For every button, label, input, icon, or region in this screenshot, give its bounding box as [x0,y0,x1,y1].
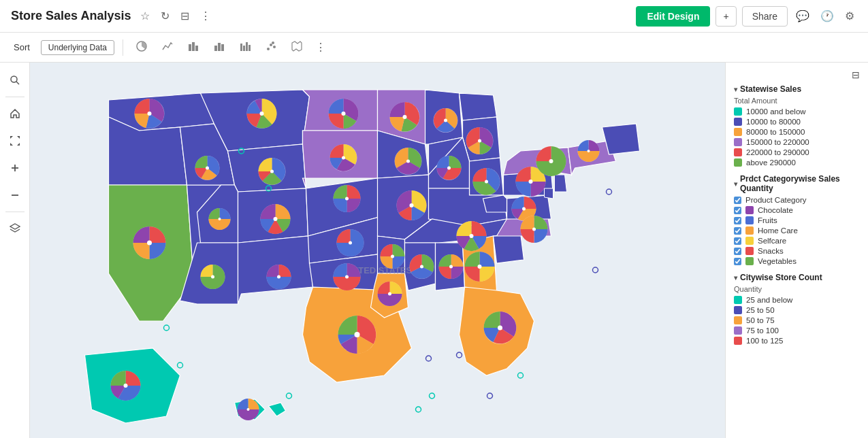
chart-type-hist[interactable] [235,37,255,57]
label-220k-290k: 220000 to 290000 [746,148,809,156]
svg-point-15 [11,76,17,82]
svg-point-69 [388,292,391,296]
citywise-item-1: 25 to 50 [734,306,860,314]
layout-icon[interactable]: ⊟ [178,7,192,25]
svg-point-33 [403,115,407,119]
statewise-header[interactable]: ▾ Statewise Sales [734,84,860,94]
share-button[interactable]: Share [742,6,788,27]
label-25-50: 25 to 50 [746,306,775,314]
svg-point-43 [406,160,410,163]
settings-icon[interactable]: ⚙ [842,7,857,25]
expand-icon[interactable] [3,129,27,153]
divider-1 [734,169,860,174]
svg-rect-5 [218,43,221,51]
us-map: UNITED STATES [30,63,725,438]
chart-type-scatter[interactable] [261,37,281,57]
homecare-checkbox[interactable] [734,227,741,235]
sort-label[interactable]: Sort [8,39,35,55]
underlying-data-button[interactable]: Underlying Data [41,40,114,55]
chart-type-line[interactable] [157,37,178,57]
label-vegetables: Vegetables [758,257,797,265]
zoom-out-icon[interactable] [3,183,27,207]
snacks-checkbox[interactable] [734,248,741,255]
search-icon[interactable] [3,68,27,92]
citywise-chevron: ▾ [734,274,737,282]
svg-rect-2 [192,42,195,51]
more-options-icon[interactable]: ⋮ [197,7,214,25]
svg-point-85 [219,218,221,220]
fruits-checkbox[interactable] [734,217,741,224]
chart-type-col[interactable] [209,37,229,57]
svg-point-75 [478,265,482,269]
svg-point-91 [124,384,128,388]
citywise-item-4: 100 to 125 [734,337,860,345]
svg-point-98 [426,356,432,361]
svg-point-29 [342,112,346,116]
header-left: Store Sales Analysis ☆ ↻ ⊟ ⋮ [11,7,214,25]
svg-point-45 [410,203,414,207]
svg-point-51 [478,139,481,143]
statewise-title: Statewise Sales [740,84,801,94]
label-snacks: Snacks [758,247,784,255]
map-area[interactable]: UNITED STATES [30,63,725,438]
chocolate-checkbox[interactable] [734,207,741,214]
citywise-item-2: 50 to 75 [734,316,860,324]
svg-rect-7 [240,44,242,51]
sidebar-separator-2 [5,212,25,212]
layers-icon[interactable] [3,216,27,241]
product-category-chevron: ▾ [734,180,737,188]
svg-point-103 [416,407,421,412]
product-item-vegetables: Vegetables [734,257,860,265]
statewise-item-1: 10000 to 80000 [734,118,860,126]
svg-point-107 [593,267,598,273]
zoom-in-icon[interactable] [3,156,27,180]
refresh-icon[interactable]: ↻ [158,7,172,25]
toolbar: Sort Underlying Data ⋮ [0,33,868,63]
citywise-item-3: 75 to 100 [734,326,860,335]
svg-point-65 [345,275,349,279]
svg-marker-20 [10,224,20,229]
citywise-sub-label: Quantity [734,285,860,293]
statewise-chevron: ▾ [734,86,737,93]
citywise-header[interactable]: ▾ Citywise Store Count [734,273,860,282]
comment-icon[interactable]: 💬 [793,7,812,25]
citywise-title: Citywise Store Count [740,273,822,282]
home-icon[interactable] [3,101,27,126]
header-icons: ☆ ↻ ⊟ ⋮ [138,7,214,25]
star-icon[interactable]: ☆ [138,7,152,25]
statewise-item-5: above 290000 [734,158,860,167]
chart-type-circle[interactable] [131,37,152,57]
svg-point-14 [272,41,274,44]
product-item-selfcare: Selfcare [734,237,860,245]
header-right: Edit Design + Share 💬 🕐 ⚙ [636,6,857,27]
color-box-above-290k [734,158,742,167]
svg-point-47 [447,167,451,170]
edit-design-button[interactable]: Edit Design [636,6,710,27]
citywise-item-0: 25 and below [734,296,860,304]
chart-type-bar[interactable] [183,37,204,57]
toolbar-more-button[interactable]: ⋮ [312,38,329,56]
selfcare-checkbox[interactable] [734,237,741,245]
svg-point-83 [277,275,280,279]
product-category-section: ▾ Prdct Categorywise Sales Quantity Prod… [734,174,860,265]
color-chocolate [745,206,754,214]
svg-point-27 [206,167,209,170]
chart-type-map[interactable] [287,37,307,57]
label-50-75: 50 to 75 [746,316,775,324]
label-selfcare: Selfcare [758,237,786,245]
vegetables-checkbox[interactable] [734,258,741,265]
label-homecare: Home Care [758,226,798,235]
label-fruits: Fruits [758,216,777,224]
history-icon[interactable]: 🕐 [818,7,837,25]
statewise-item-0: 10000 and below [734,107,860,116]
legend-toggle-button[interactable]: ⊟ [852,69,860,80]
product-category-header[interactable]: ▾ Prdct Categorywise Sales Quantity [734,174,860,193]
statewise-item-4: 220000 to 290000 [734,148,860,156]
add-button[interactable]: + [716,6,736,27]
color-selfcare [745,237,754,245]
all-categories-checkbox[interactable] [734,197,741,204]
svg-point-39 [274,217,278,221]
svg-point-31 [342,156,345,160]
sidebar-left [0,63,30,438]
svg-point-77 [498,326,502,331]
